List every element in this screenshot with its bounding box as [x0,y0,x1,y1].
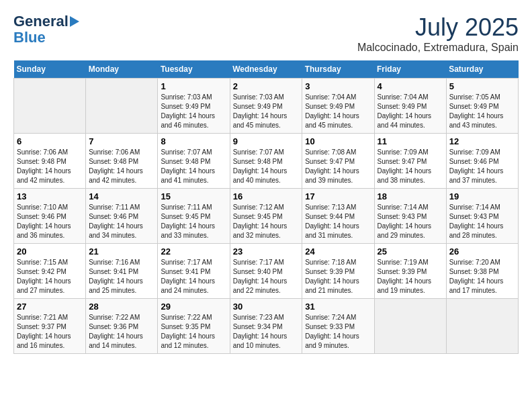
day-number: 1 [161,81,226,91]
weekday-header: Tuesday [158,60,230,79]
day-info: Sunrise: 7:18 AM Sunset: 9:39 PM Dayligh… [305,258,371,295]
calendar-cell: 27Sunrise: 7:21 AM Sunset: 9:37 PM Dayli… [14,299,86,354]
logo: General Blue [13,13,79,46]
weekday-header: Sunday [14,60,86,79]
day-number: 23 [233,246,300,257]
day-info: Sunrise: 7:22 AM Sunset: 9:35 PM Dayligh… [161,313,226,351]
logo-general: General [13,13,69,30]
day-info: Sunrise: 7:19 AM Sunset: 9:39 PM Dayligh… [378,258,443,295]
day-number: 7 [89,136,154,146]
page-header: General Blue July 2025 Malcocinado, Extr… [13,13,519,54]
calendar-cell: 18Sunrise: 7:14 AM Sunset: 9:43 PM Dayli… [374,189,446,244]
day-info: Sunrise: 7:11 AM Sunset: 9:46 PM Dayligh… [89,203,154,240]
calendar-cell: 6Sunrise: 7:06 AM Sunset: 9:48 PM Daylig… [14,134,86,189]
day-info: Sunrise: 7:24 AM Sunset: 9:33 PM Dayligh… [305,313,371,351]
day-number: 13 [17,191,83,201]
day-number: 6 [17,136,83,146]
day-number: 20 [17,246,83,257]
day-info: Sunrise: 7:09 AM Sunset: 9:47 PM Dayligh… [378,148,443,185]
day-info: Sunrise: 7:22 AM Sunset: 9:36 PM Dayligh… [89,313,154,351]
day-info: Sunrise: 7:23 AM Sunset: 9:34 PM Dayligh… [233,313,300,351]
calendar-cell: 24Sunrise: 7:18 AM Sunset: 9:39 PM Dayli… [302,244,374,299]
calendar-cell: 1Sunrise: 7:03 AM Sunset: 9:49 PM Daylig… [158,79,230,134]
calendar-week-row: 6Sunrise: 7:06 AM Sunset: 9:48 PM Daylig… [14,134,519,189]
title-block: July 2025 Malcocinado, Extremadura, Spai… [357,13,519,54]
calendar-cell: 10Sunrise: 7:08 AM Sunset: 9:47 PM Dayli… [302,134,374,189]
calendar-cell: 20Sunrise: 7:15 AM Sunset: 9:42 PM Dayli… [14,244,86,299]
calendar-cell: 23Sunrise: 7:17 AM Sunset: 9:40 PM Dayli… [230,244,302,299]
day-number: 24 [305,246,371,257]
calendar-cell: 14Sunrise: 7:11 AM Sunset: 9:46 PM Dayli… [86,189,158,244]
location-title: Malcocinado, Extremadura, Spain [357,42,519,54]
calendar-cell: 26Sunrise: 7:20 AM Sunset: 9:38 PM Dayli… [446,244,518,299]
logo-blue: Blue [13,30,46,46]
calendar-cell: 9Sunrise: 7:07 AM Sunset: 9:48 PM Daylig… [230,134,302,189]
day-info: Sunrise: 7:15 AM Sunset: 9:42 PM Dayligh… [17,258,83,295]
day-info: Sunrise: 7:08 AM Sunset: 9:47 PM Dayligh… [305,148,371,185]
calendar-cell [446,299,518,354]
day-info: Sunrise: 7:04 AM Sunset: 9:49 PM Dayligh… [305,93,371,130]
day-info: Sunrise: 7:06 AM Sunset: 9:48 PM Dayligh… [17,148,83,185]
day-number: 29 [161,302,226,312]
calendar-cell: 13Sunrise: 7:10 AM Sunset: 9:46 PM Dayli… [14,189,86,244]
day-info: Sunrise: 7:07 AM Sunset: 9:48 PM Dayligh… [161,148,226,185]
day-number: 22 [161,246,226,257]
calendar-cell: 25Sunrise: 7:19 AM Sunset: 9:39 PM Dayli… [374,244,446,299]
calendar-cell: 22Sunrise: 7:17 AM Sunset: 9:41 PM Dayli… [158,244,230,299]
weekday-header: Thursday [302,60,374,79]
day-number: 10 [305,136,371,146]
logo-arrow-icon [70,16,79,27]
day-number: 3 [305,81,371,91]
calendar-week-row: 1Sunrise: 7:03 AM Sunset: 9:49 PM Daylig… [14,79,519,134]
day-info: Sunrise: 7:05 AM Sunset: 9:49 PM Dayligh… [449,93,515,130]
calendar-table: SundayMondayTuesdayWednesdayThursdayFrid… [13,60,519,354]
day-info: Sunrise: 7:11 AM Sunset: 9:45 PM Dayligh… [161,203,226,240]
weekday-header: Saturday [446,60,518,79]
calendar-cell: 29Sunrise: 7:22 AM Sunset: 9:35 PM Dayli… [158,299,230,354]
day-number: 26 [449,246,515,257]
calendar-cell: 4Sunrise: 7:04 AM Sunset: 9:49 PM Daylig… [374,79,446,134]
day-number: 31 [305,302,371,312]
calendar-cell: 31Sunrise: 7:24 AM Sunset: 9:33 PM Dayli… [302,299,374,354]
day-info: Sunrise: 7:21 AM Sunset: 9:37 PM Dayligh… [17,313,83,351]
calendar-cell: 16Sunrise: 7:12 AM Sunset: 9:45 PM Dayli… [230,189,302,244]
day-number: 18 [378,191,443,201]
calendar-week-row: 13Sunrise: 7:10 AM Sunset: 9:46 PM Dayli… [14,189,519,244]
day-number: 4 [378,81,443,91]
day-info: Sunrise: 7:17 AM Sunset: 9:40 PM Dayligh… [233,258,300,295]
day-number: 5 [449,81,515,91]
day-number: 12 [449,136,515,146]
calendar-cell: 21Sunrise: 7:16 AM Sunset: 9:41 PM Dayli… [86,244,158,299]
calendar-cell: 11Sunrise: 7:09 AM Sunset: 9:47 PM Dayli… [374,134,446,189]
day-number: 21 [89,246,154,257]
calendar-cell: 28Sunrise: 7:22 AM Sunset: 9:36 PM Dayli… [86,299,158,354]
day-info: Sunrise: 7:06 AM Sunset: 9:48 PM Dayligh… [89,148,154,185]
weekday-header: Friday [374,60,446,79]
day-info: Sunrise: 7:17 AM Sunset: 9:41 PM Dayligh… [161,258,226,295]
day-info: Sunrise: 7:14 AM Sunset: 9:43 PM Dayligh… [378,203,443,240]
day-number: 8 [161,136,226,146]
calendar-cell: 19Sunrise: 7:14 AM Sunset: 9:43 PM Dayli… [446,189,518,244]
day-number: 14 [89,191,154,201]
day-number: 28 [89,302,154,312]
day-number: 2 [233,81,300,91]
day-number: 9 [233,136,300,146]
calendar-cell: 15Sunrise: 7:11 AM Sunset: 9:45 PM Dayli… [158,189,230,244]
day-info: Sunrise: 7:10 AM Sunset: 9:46 PM Dayligh… [17,203,83,240]
month-title: July 2025 [357,13,519,42]
day-info: Sunrise: 7:03 AM Sunset: 9:49 PM Dayligh… [161,93,226,130]
calendar-cell: 8Sunrise: 7:07 AM Sunset: 9:48 PM Daylig… [158,134,230,189]
calendar-cell: 5Sunrise: 7:05 AM Sunset: 9:49 PM Daylig… [446,79,518,134]
day-info: Sunrise: 7:03 AM Sunset: 9:49 PM Dayligh… [233,93,300,130]
day-info: Sunrise: 7:09 AM Sunset: 9:46 PM Dayligh… [449,148,515,185]
calendar-cell: 12Sunrise: 7:09 AM Sunset: 9:46 PM Dayli… [446,134,518,189]
day-number: 30 [233,302,300,312]
calendar-cell [374,299,446,354]
day-number: 11 [378,136,443,146]
day-info: Sunrise: 7:16 AM Sunset: 9:41 PM Dayligh… [89,258,154,295]
day-number: 16 [233,191,300,201]
calendar-cell [14,79,86,134]
calendar-cell: 30Sunrise: 7:23 AM Sunset: 9:34 PM Dayli… [230,299,302,354]
calendar-cell: 2Sunrise: 7:03 AM Sunset: 9:49 PM Daylig… [230,79,302,134]
day-info: Sunrise: 7:20 AM Sunset: 9:38 PM Dayligh… [449,258,515,295]
